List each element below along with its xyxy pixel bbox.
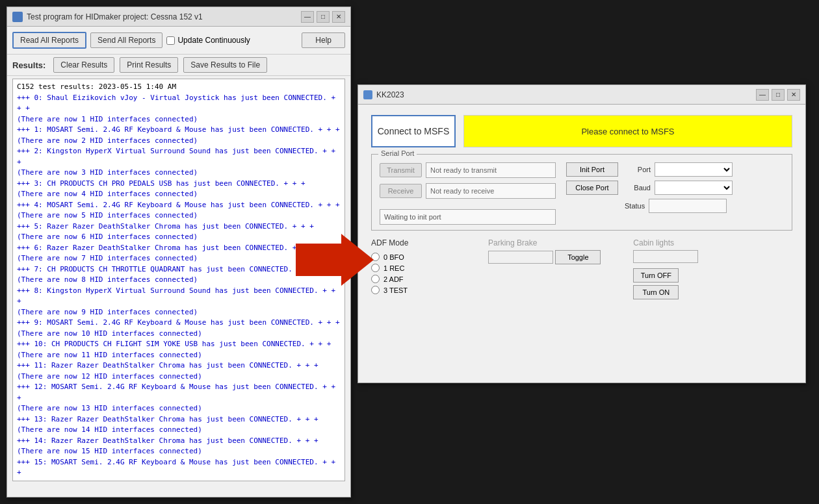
results-line: +++ 13: Razer Razer DeathStalker Chroma … [17, 414, 341, 425]
maximize-btn1[interactable]: □ [317, 11, 330, 23]
baud-row: Baud [625, 181, 733, 195]
results-line: +++ 11: Razer Razer DeathStalker Chroma … [17, 360, 341, 372]
results-line: +++ 9: MOSART Semi. 2.4G RF Keyboard & M… [17, 318, 341, 329]
results-line: +++ 6: Razer Razer DeathStalker Chroma h… [17, 243, 341, 254]
results-line: (There are now 16 HID interfaces connect… [17, 479, 341, 482]
results-line: (There are now 3 HID interfaces connecte… [17, 168, 341, 179]
app-icon [12, 12, 23, 22]
baud-label: Baud [625, 184, 651, 192]
print-results-button[interactable]: Print Results [120, 57, 178, 73]
status-input [649, 199, 727, 213]
close-port-button[interactable]: Close Port [566, 181, 618, 195]
waiting-input [380, 209, 556, 225]
cabin-input [633, 250, 698, 263]
save-results-button[interactable]: Save Results to File [183, 57, 267, 73]
serial-group: Serial Port Transmit Receive Init Port C [371, 154, 792, 231]
turn-off-button[interactable]: Turn OFF [633, 268, 679, 283]
read-all-reports-button[interactable]: Read All Reports [12, 32, 86, 49]
results-line: (There are now 1 HID interfaces connecte… [17, 114, 341, 125]
help-button[interactable]: Help [302, 32, 345, 48]
minimize-btn1[interactable]: — [301, 11, 314, 23]
titlebar1-controls: — □ ✕ [301, 11, 345, 23]
titlebar1: Test program for HIDmaker project: Cessn… [7, 7, 350, 27]
port-select[interactable] [655, 162, 733, 177]
adf-radio-item[interactable]: 1 REC [371, 264, 449, 272]
results-bar: Results: Clear Results Print Results Sav… [7, 55, 350, 76]
results-line: (There are now 2 HID interfaces connecte… [17, 136, 341, 147]
titlebar2-controls: — □ ✕ [756, 89, 800, 101]
maximize-btn2[interactable]: □ [772, 89, 785, 101]
svg-marker-0 [296, 234, 374, 286]
update-continuously-label[interactable]: Update Continuously [166, 36, 250, 45]
results-line: (There are now 15 HID interfaces connect… [17, 446, 341, 457]
results-line: (There are now 14 HID interfaces connect… [17, 425, 341, 436]
turn-on-button[interactable]: Turn ON [633, 285, 679, 299]
adf-radio-label: 0 BFO [384, 253, 404, 261]
receive-row: Receive [380, 183, 556, 199]
update-continuously-checkbox[interactable] [166, 36, 175, 45]
cabin-title: Cabin lights [633, 238, 711, 247]
titlebar2-left: KK2023 [363, 90, 404, 99]
results-line: (There are now 5 HID interfaces connecte… [17, 210, 341, 221]
results-line: +++ 4: MOSART Semi. 2.4G RF Keyboard & M… [17, 200, 341, 211]
adf-radio-label: 2 ADF [384, 275, 404, 283]
baud-select[interactable] [655, 181, 733, 195]
toolbar1: Read All Reports Send All Reports Update… [7, 27, 350, 55]
close-btn1[interactable]: ✕ [332, 11, 345, 23]
cabin-section: Cabin lights Turn OFF Turn ON [633, 238, 711, 299]
adf-radio-label: 3 TEST [384, 286, 408, 294]
results-line: +++ 5: Razer Razer DeathStalker Chroma h… [17, 221, 341, 233]
results-line: +++ 0: Shaul Eizikovich vJoy - Virtual J… [17, 93, 341, 114]
adf-section: ADF Mode 0 BFO1 REC2 ADF3 TEST [371, 238, 449, 299]
titlebar1-left: Test program for HIDmaker project: Cessn… [12, 12, 203, 22]
receive-input[interactable] [426, 183, 556, 199]
transmit-row: Transmit [380, 162, 556, 178]
parking-section: Parking Brake Toggle [488, 238, 601, 299]
titlebar2: KK2023 — □ ✕ [358, 85, 805, 105]
results-line: (There are now 12 HID interfaces connect… [17, 372, 341, 383]
results-line: (There are now 7 HID interfaces connecte… [17, 253, 341, 264]
init-port-button[interactable]: Init Port [566, 162, 618, 177]
results-label: Results: [12, 60, 46, 70]
receive-button[interactable]: Receive [380, 184, 422, 198]
minimize-btn2[interactable]: — [756, 89, 769, 101]
serial-group-label: Serial Port [378, 149, 417, 157]
clear-results-button[interactable]: Clear Results [53, 57, 114, 73]
results-line: (There are now 13 HID interfaces connect… [17, 403, 341, 414]
results-line: +++ 7: CH PRODUCTS CH THROTTLE QUADRANT … [17, 264, 341, 275]
adf-radio-input[interactable] [371, 286, 380, 294]
status-row: Status [625, 199, 733, 213]
results-line: +++ 3: CH PRODUCTS CH PRO PEDALS USB has… [17, 179, 341, 190]
serial-section: Serial Port Transmit Receive Init Port C [358, 154, 805, 231]
port-row: Port [625, 162, 733, 177]
results-line: +++ 8: Kingston HyperX Virtual Surround … [17, 286, 341, 307]
transmit-input[interactable] [426, 162, 556, 178]
status-label: Status [625, 202, 645, 210]
results-line: (There are now 6 HID interfaces connecte… [17, 232, 341, 243]
bottom-section: ADF Mode 0 BFO1 REC2 ADF3 TEST Parking B… [358, 231, 805, 307]
serial-inner: Transmit Receive Init Port Close Port [380, 160, 784, 225]
results-line: (There are now 10 HID interfaces connect… [17, 329, 341, 340]
parking-title: Parking Brake [488, 238, 601, 247]
send-all-reports-button[interactable]: Send All Reports [90, 32, 162, 48]
results-line: (There are now 9 HID interfaces connecte… [17, 307, 341, 318]
adf-radio-item[interactable]: 2 ADF [371, 275, 449, 283]
results-line: +++ 15: MOSART Semi. 2.4G RF Keyboard & … [17, 457, 341, 479]
msfs-status-bar: Please connect to MSFS [463, 115, 792, 147]
msfs-status-text: Please connect to MSFS [581, 127, 674, 136]
transmit-button[interactable]: Transmit [380, 163, 422, 177]
close-btn2[interactable]: ✕ [787, 89, 800, 101]
window2: KK2023 — □ ✕ Connect to MSFS Please conn… [358, 84, 806, 383]
toggle-button[interactable]: Toggle [555, 250, 601, 264]
results-line: +++ 12: MOSART Semi. 2.4G RF Keyboard & … [17, 382, 341, 403]
red-arrow [296, 234, 374, 286]
adf-radio-item[interactable]: 3 TEST [371, 286, 449, 294]
results-line: (There are now 4 HID interfaces connecte… [17, 189, 341, 200]
parking-input [488, 251, 553, 264]
results-line: +++ 2: Kingston HyperX Virtual Surround … [17, 146, 341, 168]
adf-radio-item[interactable]: 0 BFO [371, 253, 449, 261]
adf-title: ADF Mode [371, 238, 449, 247]
connect-row: Connect to MSFS Please connect to MSFS [358, 105, 805, 154]
connect-msfs-button[interactable]: Connect to MSFS [371, 115, 456, 147]
results-line: +++ 14: Razer Razer DeathStalker Chroma … [17, 436, 341, 447]
